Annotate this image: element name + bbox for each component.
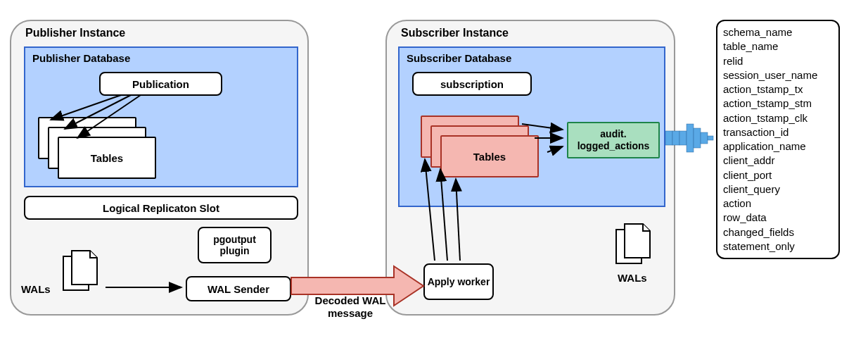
- document-icon: [612, 220, 661, 269]
- subscription-label: subscription: [440, 78, 504, 90]
- field-item: action_tstamp_clk: [723, 111, 833, 125]
- subscriber-database: Subscriber Database subscription Tables …: [398, 46, 665, 207]
- field-item: action_tstamp_tx: [723, 82, 833, 96]
- replication-slot-box: Logical Replicaton Slot: [24, 196, 298, 220]
- publication-box: Publication: [99, 72, 222, 96]
- wal-sender-box: WAL Sender: [186, 276, 291, 301]
- field-item: client_addr: [723, 154, 833, 168]
- svg-rect-14: [694, 128, 701, 148]
- publication-label: Publication: [132, 78, 189, 90]
- subscriber-tables-label: Tables: [473, 151, 506, 163]
- audit-label: audit. logged_actions: [568, 128, 658, 152]
- apply-worker-box: Apply worker: [423, 263, 494, 300]
- field-item: transaction_id: [723, 125, 833, 139]
- fields-list: schema_nametable_namerelidsession_user_n…: [716, 20, 840, 259]
- field-item: client_port: [723, 168, 833, 182]
- field-item: application_name: [723, 139, 833, 154]
- subscription-box: subscription: [412, 72, 532, 96]
- field-item: changed_fields: [723, 225, 833, 239]
- publisher-tables-stack: Tables: [38, 117, 151, 179]
- document-icon: [59, 246, 108, 296]
- publisher-database: Publisher Database Publication Tables: [24, 46, 298, 187]
- publisher-tables-label: Tables: [91, 152, 123, 164]
- field-item: action: [723, 196, 833, 211]
- decoded-wal-label: Decoded WAL message: [308, 294, 392, 320]
- subscriber-instance-title: Subscriber Instance: [401, 27, 509, 39]
- audit-box: audit. logged_actions: [567, 122, 660, 158]
- pgoutput-label: pgoutput plugin: [199, 234, 270, 256]
- pgoutput-box: pgoutput plugin: [198, 227, 272, 263]
- wal-sender-label: WAL Sender: [208, 283, 269, 295]
- subscriber-wals-label: WALs: [618, 272, 647, 284]
- publisher-wals-label: WALs: [21, 283, 51, 295]
- svg-rect-13: [687, 124, 694, 152]
- svg-rect-16: [708, 136, 713, 140]
- svg-rect-15: [701, 132, 708, 144]
- replication-slot-label: Logical Replicaton Slot: [103, 202, 219, 214]
- svg-rect-12: [679, 131, 687, 145]
- field-item: schema_name: [723, 25, 833, 39]
- field-item: client_query: [723, 182, 833, 196]
- publisher-database-title: Publisher Database: [32, 52, 130, 64]
- apply-worker-label: Apply worker: [428, 276, 490, 287]
- field-item: statement_only: [723, 239, 833, 254]
- field-item: table_name: [723, 39, 833, 54]
- field-item: session_user_name: [723, 68, 833, 82]
- publisher-instance: Publisher Instance Publisher Database Pu…: [10, 20, 309, 316]
- field-item: relid: [723, 54, 833, 68]
- field-item: row_data: [723, 211, 833, 225]
- subscriber-database-title: Subscriber Database: [407, 52, 511, 64]
- publisher-instance-title: Publisher Instance: [25, 27, 125, 39]
- subscriber-instance: Subscriber Instance Subscriber Database …: [385, 20, 675, 316]
- field-item: action_tstamp_stm: [723, 96, 833, 111]
- subscriber-tables-stack: Tables: [421, 116, 540, 179]
